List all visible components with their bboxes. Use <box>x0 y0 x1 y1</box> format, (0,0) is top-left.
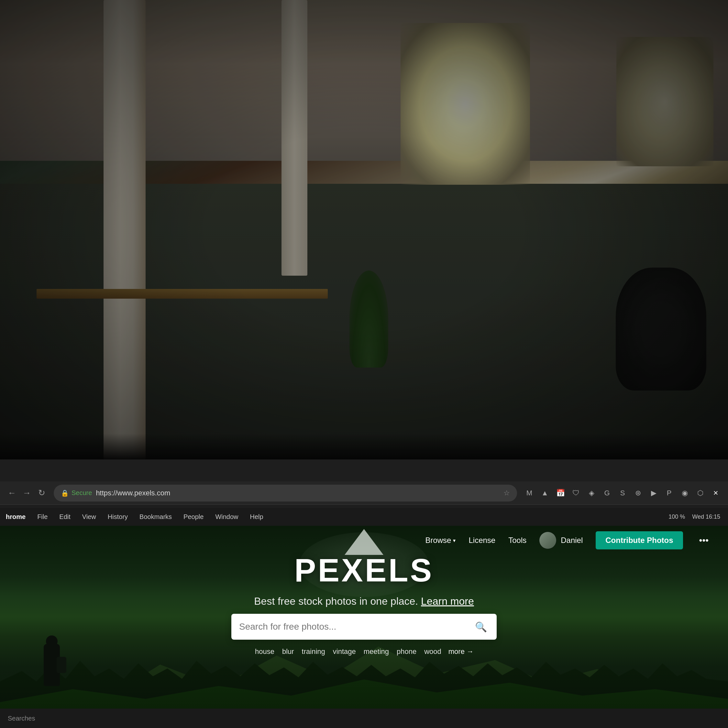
website-content: Browse ▾ License Tools Daniel Contribute… <box>0 526 728 728</box>
tag-meeting[interactable]: meeting <box>363 646 390 657</box>
search-tags: house blur training vintage meeting phon… <box>231 646 497 657</box>
mac-menu-bar: hrome File Edit View History Bookmarks P… <box>0 508 728 526</box>
menu-view[interactable]: View <box>76 513 102 521</box>
star-icon[interactable]: ☆ <box>503 489 510 497</box>
ext-pinterest[interactable]: P <box>662 486 676 500</box>
search-input[interactable] <box>239 621 468 632</box>
ext-wifi[interactable]: ⊛ <box>631 486 645 500</box>
avatar-image <box>539 532 556 549</box>
more-tags[interactable]: more → <box>448 646 474 657</box>
app-name: hrome <box>0 513 31 521</box>
tools-label: Tools <box>508 536 526 545</box>
tag-blur[interactable]: blur <box>281 646 295 657</box>
nav-links: Browse ▾ License Tools Daniel Contribute… <box>425 531 712 549</box>
menu-edit[interactable]: Edit <box>54 513 76 521</box>
nav-more-button[interactable]: ••• <box>696 535 712 546</box>
ext-calendar[interactable]: 📅 <box>553 486 567 500</box>
search-button[interactable]: 🔍 <box>473 619 489 635</box>
nav-license[interactable]: License <box>468 536 496 545</box>
laptop-bezel-top <box>0 434 728 459</box>
nav-browse[interactable]: Browse ▾ <box>425 536 456 545</box>
nav-tools[interactable]: Tools <box>508 536 526 545</box>
nav-user-area: Daniel <box>539 532 583 549</box>
tag-vintage[interactable]: vintage <box>332 646 356 657</box>
menu-bookmarks[interactable]: Bookmarks <box>134 513 177 521</box>
ext-misc1[interactable]: ◉ <box>678 486 692 500</box>
secure-label: Secure <box>72 489 92 497</box>
ext-gmail[interactable]: M <box>522 486 537 500</box>
tag-training[interactable]: training <box>301 646 326 657</box>
clock: Wed 16:15 <box>690 514 722 520</box>
lock-icon: 🔒 <box>61 489 69 497</box>
sys-tray: 100 % Wed 16:15 <box>667 514 728 520</box>
tag-phone[interactable]: phone <box>396 646 417 657</box>
close-tab[interactable]: × <box>708 486 723 500</box>
ext-youtube[interactable]: ▶ <box>647 486 661 500</box>
ext-drive[interactable]: ▲ <box>538 486 552 500</box>
ext-skype[interactable]: S <box>615 486 630 500</box>
ext-shield[interactable]: 🛡 <box>569 486 583 500</box>
browser-window: hrome File Edit View History Bookmarks P… <box>0 459 728 728</box>
ext-1[interactable]: G <box>600 486 614 500</box>
hero-content: PEXELS Best free stock photos in one pla… <box>0 552 728 657</box>
bottom-bar-label: Searches <box>8 715 35 722</box>
tag-house[interactable]: house <box>254 646 275 657</box>
address-bar[interactable]: 🔒 Secure https://www.pexels.com ☆ <box>54 485 517 502</box>
secure-badge: 🔒 Secure <box>61 489 92 497</box>
menu-people[interactable]: People <box>177 513 210 521</box>
search-bar[interactable]: 🔍 <box>231 614 497 640</box>
contribute-button[interactable]: Contribute Photos <box>596 531 683 549</box>
extension-bar: ← → ↻ 🔒 Secure https://www.pexels.com ☆ … <box>0 482 728 505</box>
menu-help[interactable]: Help <box>244 513 269 521</box>
menu-history[interactable]: History <box>102 513 134 521</box>
photo-vignette <box>0 0 728 459</box>
ext-misc2[interactable]: ⬡ <box>693 486 707 500</box>
nav-username[interactable]: Daniel <box>561 536 583 545</box>
nav-avatar[interactable] <box>539 532 556 549</box>
person-backpack <box>57 657 66 673</box>
url-text[interactable]: https://www.pexels.com <box>96 489 170 497</box>
browse-chevron: ▾ <box>453 537 456 544</box>
learn-more-link[interactable]: Learn more <box>421 595 474 607</box>
site-subtitle: Best free stock photos in one place. Lea… <box>254 595 474 607</box>
site-title: PEXELS <box>294 552 434 589</box>
tag-wood[interactable]: wood <box>424 646 442 657</box>
office-photo-background <box>0 0 728 459</box>
bottom-bar: Searches <box>0 708 728 728</box>
back-button[interactable]: ← <box>5 486 19 500</box>
ext-dropbox[interactable]: ◈ <box>584 486 599 500</box>
site-nav: Browse ▾ License Tools Daniel Contribute… <box>0 526 728 555</box>
search-icon: 🔍 <box>475 621 487 633</box>
license-label: License <box>468 536 496 545</box>
battery-icon: 100 % <box>667 514 687 520</box>
forward-button[interactable]: → <box>20 486 34 500</box>
refresh-button[interactable]: ↻ <box>35 486 49 500</box>
menu-window[interactable]: Window <box>210 513 244 521</box>
menu-file[interactable]: File <box>31 513 54 521</box>
browse-label: Browse <box>425 536 451 545</box>
address-icons: ☆ <box>503 489 510 497</box>
